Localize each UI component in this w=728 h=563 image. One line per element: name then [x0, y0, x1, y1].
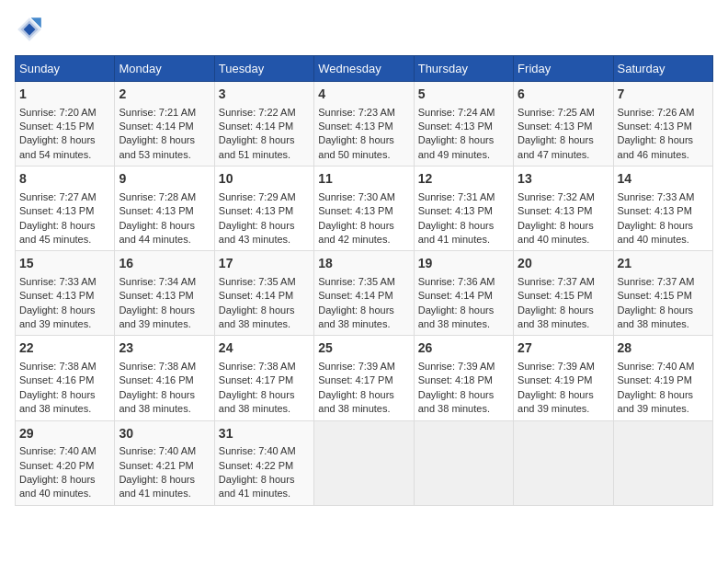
week-row-2: 8 Sunrise: 7:27 AM Sunset: 4:13 PM Dayli… [16, 167, 713, 251]
sunset-label: Sunset: 4:13 PM [219, 205, 293, 216]
sunset-label: Sunset: 4:14 PM [418, 290, 493, 301]
sunrise-label: Sunrise: 7:20 AM [19, 107, 97, 118]
daylight-label: Daylight: 8 hours and 39 minutes. [119, 304, 195, 329]
daylight-label: Daylight: 8 hours and 53 minutes. [119, 134, 195, 159]
sunrise-label: Sunrise: 7:40 AM [19, 445, 97, 456]
weekday-header-tuesday: Tuesday [214, 56, 313, 82]
sunset-label: Sunset: 4:13 PM [19, 205, 94, 216]
sunset-label: Sunset: 4:19 PM [518, 374, 592, 385]
daylight-label: Daylight: 8 hours and 39 minutes. [618, 389, 694, 414]
header-row: SundayMondayTuesdayWednesdayThursdayFrid… [16, 56, 713, 82]
sunrise-label: Sunrise: 7:29 AM [219, 191, 296, 202]
calendar-cell: 3 Sunrise: 7:22 AM Sunset: 4:14 PM Dayli… [214, 82, 313, 167]
sunrise-label: Sunrise: 7:28 AM [119, 191, 196, 202]
sunset-label: Sunset: 4:22 PM [219, 460, 293, 471]
daylight-label: Daylight: 8 hours and 43 minutes. [219, 220, 295, 245]
calendar-cell: 4 Sunrise: 7:23 AM Sunset: 4:13 PM Dayli… [314, 82, 414, 167]
calendar-cell: 15 Sunrise: 7:33 AM Sunset: 4:13 PM Dayl… [16, 251, 115, 336]
day-number: 1 [19, 86, 110, 104]
day-number: 27 [518, 339, 609, 358]
logo [15, 15, 48, 44]
daylight-label: Daylight: 8 hours and 46 minutes. [618, 134, 694, 159]
daylight-label: Daylight: 8 hours and 51 minutes. [219, 134, 295, 159]
daylight-label: Daylight: 8 hours and 50 minutes. [318, 134, 394, 159]
week-row-3: 15 Sunrise: 7:33 AM Sunset: 4:13 PM Dayl… [16, 251, 713, 336]
day-number: 10 [219, 170, 310, 189]
day-number: 30 [119, 425, 210, 443]
daylight-label: Daylight: 8 hours and 40 minutes. [618, 220, 694, 245]
sunset-label: Sunset: 4:13 PM [19, 290, 94, 301]
calendar-cell: 10 Sunrise: 7:29 AM Sunset: 4:13 PM Dayl… [214, 167, 313, 251]
calendar-cell: 8 Sunrise: 7:27 AM Sunset: 4:13 PM Dayli… [16, 167, 115, 251]
day-number: 14 [618, 170, 709, 189]
day-number: 31 [219, 425, 310, 443]
day-number: 23 [119, 339, 210, 358]
calendar-cell [613, 420, 712, 505]
calendar-cell: 18 Sunrise: 7:35 AM Sunset: 4:14 PM Dayl… [314, 251, 414, 336]
sunrise-label: Sunrise: 7:21 AM [119, 107, 196, 118]
day-number: 8 [19, 170, 110, 189]
day-number: 21 [618, 255, 709, 273]
sunrise-label: Sunrise: 7:38 AM [19, 361, 97, 372]
daylight-label: Daylight: 8 hours and 54 minutes. [19, 134, 96, 159]
calendar-cell: 31 Sunrise: 7:40 AM Sunset: 4:22 PM Dayl… [214, 420, 313, 505]
sunset-label: Sunset: 4:18 PM [418, 374, 493, 385]
calendar-table: SundayMondayTuesdayWednesdayThursdayFrid… [15, 55, 713, 506]
sunrise-label: Sunrise: 7:22 AM [219, 107, 296, 118]
page-header [15, 15, 713, 44]
daylight-label: Daylight: 8 hours and 39 minutes. [518, 389, 594, 414]
sunset-label: Sunset: 4:15 PM [19, 121, 94, 132]
daylight-label: Daylight: 8 hours and 38 minutes. [19, 389, 96, 414]
calendar-cell: 24 Sunrise: 7:38 AM Sunset: 4:17 PM Dayl… [214, 336, 313, 420]
daylight-label: Daylight: 8 hours and 38 minutes. [418, 389, 495, 414]
calendar-cell: 5 Sunrise: 7:24 AM Sunset: 4:13 PM Dayli… [414, 82, 513, 167]
sunset-label: Sunset: 4:17 PM [318, 374, 392, 385]
day-number: 25 [318, 339, 409, 358]
sunset-label: Sunset: 4:13 PM [119, 290, 193, 301]
calendar-cell: 22 Sunrise: 7:38 AM Sunset: 4:16 PM Dayl… [16, 336, 115, 420]
calendar-cell: 20 Sunrise: 7:37 AM Sunset: 4:15 PM Dayl… [514, 251, 613, 336]
logo-icon [15, 15, 44, 44]
day-number: 5 [418, 86, 509, 104]
day-number: 18 [318, 255, 409, 273]
day-number: 16 [119, 255, 210, 273]
sunrise-label: Sunrise: 7:37 AM [618, 276, 695, 287]
weekday-header-wednesday: Wednesday [314, 56, 414, 82]
weekday-header-sunday: Sunday [16, 56, 115, 82]
sunrise-label: Sunrise: 7:32 AM [518, 191, 595, 202]
day-number: 26 [418, 339, 509, 358]
sunrise-label: Sunrise: 7:35 AM [219, 276, 296, 287]
day-number: 12 [418, 170, 509, 189]
sunset-label: Sunset: 4:13 PM [418, 121, 493, 132]
daylight-label: Daylight: 8 hours and 41 minutes. [219, 474, 295, 499]
day-number: 24 [219, 339, 310, 358]
sunrise-label: Sunrise: 7:31 AM [418, 191, 495, 202]
sunrise-label: Sunrise: 7:34 AM [119, 276, 196, 287]
daylight-label: Daylight: 8 hours and 38 minutes. [219, 304, 295, 329]
daylight-label: Daylight: 8 hours and 38 minutes. [119, 389, 195, 414]
calendar-cell: 21 Sunrise: 7:37 AM Sunset: 4:15 PM Dayl… [613, 251, 712, 336]
daylight-label: Daylight: 8 hours and 38 minutes. [518, 304, 594, 329]
sunset-label: Sunset: 4:15 PM [518, 290, 592, 301]
sunset-label: Sunset: 4:13 PM [418, 205, 493, 216]
calendar-cell [514, 420, 613, 505]
sunset-label: Sunset: 4:14 PM [219, 290, 293, 301]
day-number: 9 [119, 170, 210, 189]
day-number: 28 [618, 339, 709, 358]
calendar-cell: 12 Sunrise: 7:31 AM Sunset: 4:13 PM Dayl… [414, 167, 513, 251]
daylight-label: Daylight: 8 hours and 38 minutes. [418, 304, 495, 329]
calendar-cell [414, 420, 513, 505]
daylight-label: Daylight: 8 hours and 39 minutes. [19, 304, 96, 329]
sunrise-label: Sunrise: 7:36 AM [418, 276, 495, 287]
sunset-label: Sunset: 4:20 PM [19, 460, 94, 471]
calendar-cell: 26 Sunrise: 7:39 AM Sunset: 4:18 PM Dayl… [414, 336, 513, 420]
sunrise-label: Sunrise: 7:26 AM [618, 107, 695, 118]
sunrise-label: Sunrise: 7:35 AM [318, 276, 395, 287]
sunrise-label: Sunrise: 7:30 AM [318, 191, 395, 202]
sunset-label: Sunset: 4:13 PM [618, 121, 692, 132]
daylight-label: Daylight: 8 hours and 41 minutes. [119, 474, 195, 499]
daylight-label: Daylight: 8 hours and 38 minutes. [618, 304, 694, 329]
sunset-label: Sunset: 4:13 PM [518, 121, 592, 132]
day-number: 15 [19, 255, 110, 273]
daylight-label: Daylight: 8 hours and 38 minutes. [219, 389, 295, 414]
